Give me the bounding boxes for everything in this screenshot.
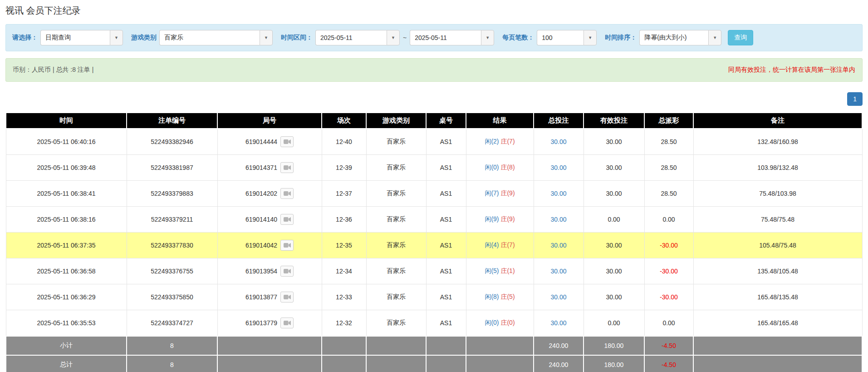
cell-result: 闲(0) 庄(8) [466,155,534,181]
player-result: 闲(7) [485,189,499,197]
total-bet-link[interactable]: 30.00 [550,164,566,171]
cell-remark: 135.48/105.48 [693,258,862,284]
video-replay-icon [284,217,291,222]
table-row: 2025-05-11 06:40:16522493382946619014444… [6,129,862,155]
footer-count: 8 [127,336,217,355]
search-button[interactable]: 查询 [728,30,753,45]
cell-table-no: AS1 [426,310,466,337]
cell-valid-bet: 30.00 [584,155,644,181]
cell-remark: 165.48/165.48 [693,310,862,337]
chevron-down-icon[interactable]: ▼ [584,30,597,45]
cell-session: 12-32 [322,310,366,337]
page-1-button[interactable]: 1 [847,92,863,106]
total-bet-link[interactable]: 30.00 [550,216,566,223]
page-title: 视讯 会员下注纪录 [5,5,863,17]
summary-bar: 币别：人民币 | 总共 :8 注单 | 同局有效投注，统一计算在该局第一张注单内 [5,58,863,82]
video-replay-button[interactable] [280,292,294,303]
video-replay-button[interactable] [280,266,294,277]
cell-time: 2025-05-11 06:36:58 [6,258,127,284]
footer-spacer [693,336,862,355]
total-bet-link[interactable]: 30.00 [550,268,566,275]
cell-time: 2025-05-11 06:37:35 [6,233,127,258]
table-row: 2025-05-11 06:35:53522493374727619013779… [6,310,862,337]
banker-result: 庄(8) [500,164,515,171]
cell-table-no: AS1 [426,284,466,310]
footer-valid-bet: 180.00 [584,355,644,372]
cell-payout: -30.00 [644,233,693,258]
column-header: 场次 [322,113,366,129]
cell-total-bet: 30.00 [534,233,584,258]
video-replay-button[interactable] [280,136,294,147]
column-header: 总派彩 [644,113,693,129]
table-body: 2025-05-11 06:40:16522493382946619014444… [6,129,862,336]
chevron-down-icon[interactable]: ▼ [110,30,123,45]
video-replay-button[interactable] [280,162,294,173]
video-replay-button[interactable] [280,188,294,199]
filter-bar: 请选择： 日期查询 ▼ 游戏类别 百家乐 ▼ 时间区间： 2025-05-11 … [5,24,863,51]
total-bet-link[interactable]: 30.00 [550,138,566,145]
table-header-row: 时间注单编号局号场次游戏类别桌号结果总投注有效投注总派彩备注 [6,113,862,129]
cell-table-no: AS1 [426,258,466,284]
query-type-combo: 日期查询 ▼ [40,30,123,45]
cell-table-no: AS1 [426,155,466,181]
total-bet-link[interactable]: 30.00 [550,293,566,301]
cell-game-type: 百家乐 [366,129,426,155]
column-header: 游戏类别 [366,113,426,129]
banker-result: 庄(0) [500,319,515,326]
cell-payout: 28.50 [644,129,693,155]
cell-payout: 28.50 [644,155,693,181]
banker-result: 庄(9) [500,189,515,197]
banker-result: 庄(1) [500,267,515,274]
video-replay-button[interactable] [280,240,294,251]
cell-table-no: AS1 [426,233,466,258]
player-result: 闲(8) [485,293,499,300]
chevron-down-icon[interactable]: ▼ [387,30,400,45]
cell-bet-id: 522493375850 [127,284,217,310]
date-from-value[interactable]: 2025-05-11 [315,30,387,45]
sort-value[interactable]: 降幂(由大到小) [639,30,708,45]
currency-total-text: 币别：人民币 | 总共 :8 注单 | [13,66,93,74]
cell-session: 12-33 [322,284,366,310]
total-bet-link[interactable]: 30.00 [550,319,566,327]
video-replay-icon [284,294,291,300]
query-type-value[interactable]: 日期查询 [40,30,110,45]
player-result: 闲(4) [485,241,499,248]
table-row: 2025-05-11 06:37:35522493377830619014042… [6,233,862,258]
footer-row: 总计8240.00180.00-4.50 [6,355,862,372]
cell-total-bet: 30.00 [534,310,584,337]
cell-bet-id: 522493382946 [127,129,217,155]
video-replay-button[interactable] [280,317,294,328]
chevron-down-icon[interactable]: ▼ [260,30,273,45]
sort-label: 时间排序： [605,34,637,42]
page-size-value[interactable]: 100 [537,30,584,45]
player-result: 闲(0) [485,164,499,171]
footer-label: 小计 [6,336,127,355]
cell-game-type: 百家乐 [366,233,426,258]
cell-total-bet: 30.00 [534,129,584,155]
pagination-top: 1 [5,92,863,106]
cell-payout: 0.00 [644,207,693,233]
cell-time: 2025-05-11 06:35:53 [6,310,127,337]
player-result: 闲(5) [485,267,499,274]
cell-payout: -30.00 [644,284,693,310]
sort-combo: 降幂(由大到小) ▼ [639,30,721,45]
column-header: 注单编号 [127,113,217,129]
chevron-down-icon[interactable]: ▼ [708,30,721,45]
total-bet-link[interactable]: 30.00 [550,190,566,197]
footer-valid-bet: 180.00 [584,336,644,355]
records-table: 时间注单编号局号场次游戏类别桌号结果总投注有效投注总派彩备注 2025-05-1… [5,112,863,372]
date-to-value[interactable]: 2025-05-11 [410,30,481,45]
cell-valid-bet: 0.00 [584,310,644,337]
cell-bet-id: 522493381987 [127,155,217,181]
cell-bet-id: 522493376755 [127,258,217,284]
cell-round-id: 619014042 [217,233,322,258]
cell-bet-id: 522493377830 [127,233,217,258]
game-type-value[interactable]: 百家乐 [159,30,260,45]
chevron-down-icon[interactable]: ▼ [481,30,494,45]
page-size-label: 每页笔数： [502,34,534,42]
total-bet-link[interactable]: 30.00 [550,242,566,249]
footer-payout: -4.50 [644,355,693,372]
table-row: 2025-05-11 06:36:58522493376755619013954… [6,258,862,284]
video-replay-button[interactable] [280,214,294,225]
cell-game-type: 百家乐 [366,284,426,310]
